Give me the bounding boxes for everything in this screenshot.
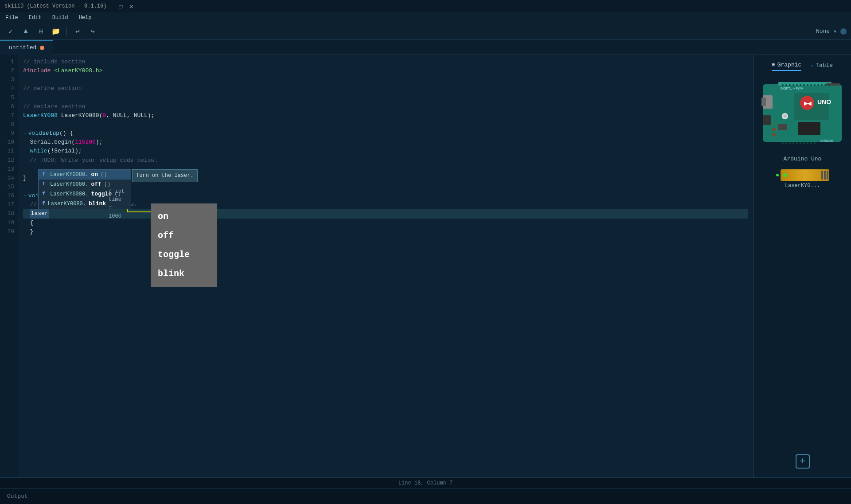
right-panel-tabs: ⊞ Graphic ≡ Table [754,59,851,71]
svg-text:DIGITAL ~ PWM: DIGITAL ~ PWM [781,87,804,90]
open-recent-button[interactable]: ⊞ [35,25,47,38]
verify-button[interactable]: ✓ [4,25,17,38]
code-line-17: // TODO: Write your code below. [23,200,748,209]
code-line-8 [23,120,748,129]
autocomplete-item-on[interactable]: f LaserKY0080. on () [39,170,131,180]
graphic-grid-icon: ⊞ [772,61,776,68]
undo-button[interactable]: ↩ [71,25,84,38]
menu-build[interactable]: Build [51,14,70,22]
autocomplete-dropdown[interactable]: f LaserKY0080. on () f LaserKY0080. off … [38,169,131,209]
line-num-13: 13 [0,165,18,174]
large-autocomplete[interactable]: on off toggle blink [151,203,217,287]
svg-point-33 [807,142,808,144]
code-line-1: // include section [23,58,748,66]
code-line-16: -void loop() { [23,191,748,200]
ac-icon-blink: f [42,200,45,207]
svg-rect-37 [778,124,787,130]
svg-text:UNO: UNO [817,98,831,105]
svg-point-24 [824,84,826,86]
code-content[interactable]: // include section #include <LaserKY008.… [18,55,753,477]
ac-icon-toggle: f [42,190,47,198]
arduino-board-container: UNO ▶◀ DIGITAL ~ PWM ANALOG [761,80,845,148]
line-num-16: 16 [0,191,18,200]
toolbar-divider [66,27,67,36]
line-num-20: 20 [0,227,18,236]
svg-point-34 [810,142,812,144]
line-num-1: 1 [0,58,18,66]
large-ac-toggle[interactable]: toggle [158,245,210,264]
ac-icon-off: f [42,180,47,188]
right-panel: ⊞ Graphic ≡ Table [753,55,851,477]
minimize-button[interactable]: ─ [106,3,113,10]
output-bar: Output [0,488,851,504]
line-num-2: 2 [0,66,18,75]
autocomplete-item-blink[interactable]: f LaserKY0080. blink ( int time = 1000 [39,199,131,209]
line-num-6: 6 [0,102,18,111]
add-component-button[interactable]: + [796,454,810,469]
line-num-15: 15 [0,183,18,191]
ac-method-blink: blink [89,199,106,208]
line-num-14: 14 [0,174,18,183]
menu-edit[interactable]: Edit [27,14,43,22]
upload-button[interactable]: ▲ [20,25,32,38]
code-line-9: -void setup() { [23,129,748,138]
line-num-18: 18 [0,209,18,218]
svg-point-30 [796,142,798,144]
menu-help[interactable]: Help [77,14,94,22]
code-line-2: #include <LaserKY008.h> [23,66,748,75]
redo-button[interactable]: ↪ [86,25,99,38]
graphic-label: Graphic [777,62,802,68]
svg-point-28 [789,142,791,144]
ac-obj-off: LaserKY0080. [50,180,88,189]
board-selector[interactable]: None ▾ [816,28,847,35]
none-label: None [816,28,830,35]
code-editor[interactable]: 1 2 3 4 5 6 7 8 9 10 11 12 13 14 15 16 1… [0,55,753,477]
menu-file[interactable]: File [4,14,20,22]
code-line-18: laser [23,209,748,218]
svg-rect-4 [761,98,766,106]
svg-point-16 [796,84,798,86]
ac-obj-toggle: LaserKY0080. [50,190,88,199]
svg-point-13 [785,84,787,86]
menu-bar: File Edit Build Help [0,12,851,23]
code-line-3 [23,75,748,84]
code-line-6: // declare section [23,102,748,111]
svg-point-38 [772,122,776,126]
open-folder-button[interactable]: 📁 [50,25,62,38]
svg-point-29 [792,142,794,144]
large-ac-off[interactable]: off [158,226,210,245]
ac-params-on: () [101,171,107,179]
svg-point-18 [803,84,805,86]
tab-untitled[interactable]: untitled [0,40,53,55]
svg-point-21 [814,84,816,86]
ac-method-off: off [91,180,101,189]
svg-point-35 [814,142,816,144]
svg-point-31 [800,142,801,144]
code-line-15 [23,183,748,191]
svg-rect-36 [798,122,820,135]
ac-obj-blink: LaserKY0080. [48,200,86,208]
tab-bar: untitled [0,40,851,55]
table-label: Table [816,62,833,69]
restore-button[interactable]: ❐ [117,3,124,10]
svg-point-27 [785,142,787,144]
line-num-3: 3 [0,75,18,84]
ac-obj-on: LaserKY0080. [50,171,88,179]
close-button[interactable]: ✕ [128,3,135,10]
code-line-5 [23,94,748,102]
tab-modified-dot [40,46,44,50]
sensor-container: LaserKY0... [761,169,845,189]
svg-point-17 [800,84,801,86]
tab-graphic[interactable]: ⊞ Graphic [772,59,801,71]
status-bar: Line 18, Column 7 [0,477,851,488]
svg-point-40 [772,133,776,137]
line-num-8: 8 [0,120,18,129]
title-bar: skiiiD (Latest Version - 0.1.16) ─ ❐ ✕ [0,0,851,12]
large-ac-blink[interactable]: blink [158,264,210,283]
tab-table[interactable]: ≡ Table [810,59,833,71]
window-controls: ─ ❐ ✕ [106,3,135,10]
main-layout: 1 2 3 4 5 6 7 8 9 10 11 12 13 14 15 16 1… [0,55,851,477]
code-line-4: // define section [23,84,748,93]
svg-point-12 [782,84,784,86]
large-ac-on[interactable]: on [158,207,210,226]
